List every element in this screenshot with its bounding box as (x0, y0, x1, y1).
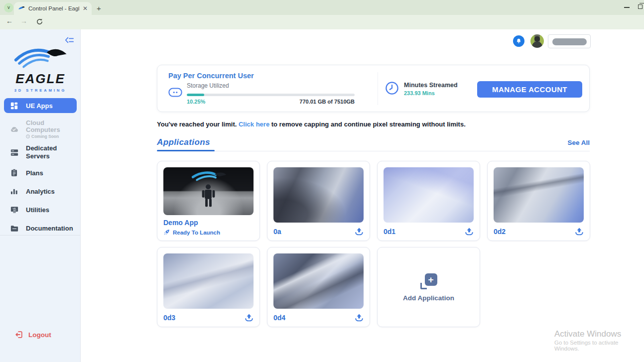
browser-tab[interactable]: Control Panel - Eagle ✕ (14, 2, 92, 15)
add-application-card[interactable]: + Add Application (377, 247, 480, 327)
sidebar-divider (0, 235, 80, 236)
add-application-label: Add Application (403, 294, 454, 302)
minimize-button[interactable] (624, 7, 630, 8)
applications-title: Applications (157, 137, 210, 147)
account-name-box[interactable] (548, 34, 591, 48)
sidebar-item-label: Dedicated Servers (26, 144, 67, 161)
user-avatar[interactable] (530, 34, 544, 48)
bell-icon (515, 38, 522, 44)
brand-logo: EAGLE 3D STREAMING (0, 45, 81, 93)
upload-icon[interactable] (575, 228, 584, 236)
manage-account-button[interactable]: MANAGE ACCOUNT (477, 81, 582, 98)
clock-icon (385, 81, 399, 95)
tab-title: Control Panel - Eagle (28, 5, 79, 11)
see-all-link[interactable]: See All (567, 139, 590, 146)
click-here-link[interactable]: Click here (239, 121, 269, 128)
app-card-0d2[interactable]: 0d2 (487, 161, 590, 241)
sidebar-item-label: UE Apps (26, 102, 53, 110)
app-card-0d4[interactable]: 0d4 (267, 247, 370, 327)
sidebar-item-dedicated-servers[interactable]: Dedicated Servers (0, 144, 81, 161)
apps-grid-icon (10, 102, 18, 110)
collapse-sidebar-button[interactable] (65, 36, 74, 44)
eagle-logo-icon (12, 45, 68, 71)
servers-icon (10, 149, 18, 156)
app-name: 0a (273, 228, 281, 236)
limit-suffix: to remove capping and continue pixel str… (269, 121, 466, 128)
app-name: 0d4 (273, 314, 285, 322)
monitor-arrows-icon (10, 206, 18, 213)
storage-detail: 770.01 GB of 7510GB (187, 99, 355, 105)
browser-tab-strip: ˅ Control Panel - Eagle ✕ + (0, 0, 644, 15)
restore-window-button[interactable] (638, 4, 643, 9)
applications-rule (157, 151, 590, 151)
sidebar-item-label: Utilities (26, 206, 49, 214)
limit-prefix: You've reached your limit. (157, 121, 239, 128)
upload-icon[interactable] (355, 228, 364, 236)
add-application-icon: + (420, 273, 437, 289)
tab-close-icon[interactable]: ✕ (83, 5, 88, 12)
forward-button[interactable]: → (20, 17, 27, 25)
applications-grid: Demo App Ready To Launch 0a (157, 161, 597, 327)
upload-icon[interactable] (245, 314, 254, 322)
logout-button[interactable]: Logout (15, 331, 51, 339)
app-name: 0d1 (384, 228, 395, 236)
app-status: Ready To Launch (163, 229, 254, 236)
upload-icon[interactable] (355, 314, 364, 322)
limit-notice: You've reached your limit. Click here to… (157, 121, 466, 128)
tab-search-button[interactable]: ˅ (4, 3, 13, 12)
sidebar-nav: UE Apps Cloud Computers (0, 98, 81, 241)
app-window: EAGLE 3D STREAMING UE Apps (0, 29, 644, 362)
applications-header: Applications See All (157, 137, 590, 151)
app-name: Demo App (163, 219, 254, 227)
reload-button[interactable] (36, 18, 43, 25)
app-status-text: Ready To Launch (173, 230, 220, 236)
coming-soon-badge: Coming Soon (26, 134, 76, 139)
sidebar-item-label: Documentation (26, 225, 73, 232)
notifications-button[interactable] (513, 35, 524, 47)
folder-doc-icon (10, 225, 18, 232)
app-card-0a[interactable]: 0a (267, 161, 370, 241)
sidebar-item-plans[interactable]: Plans (0, 168, 81, 178)
storage-label: Storage Utilized (187, 82, 229, 89)
sidebar-item-label: Analytics (26, 188, 55, 195)
activate-windows-watermark: Activate Windows (554, 329, 621, 339)
rocket-icon (163, 229, 170, 236)
app-thumbnail (273, 167, 364, 223)
logout-icon (15, 331, 23, 339)
plan-card-divider (378, 72, 378, 105)
sidebar: EAGLE 3D STREAMING UE Apps (0, 29, 81, 362)
sidebar-item-utilities[interactable]: Utilities (0, 205, 81, 215)
sidebar-item-cloud-computers[interactable]: Cloud Computers Coming Soon (0, 120, 81, 139)
logout-label: Logout (28, 331, 51, 339)
app-name: 0d3 (163, 314, 175, 322)
redacted-username (552, 38, 587, 45)
app-name: 0d2 (494, 228, 506, 236)
new-tab-button[interactable]: + (97, 4, 101, 12)
sidebar-item-documentation[interactable]: Documentation (0, 223, 81, 233)
back-button[interactable]: ← (6, 17, 13, 25)
plan-card: Pay Per Concurrent User Storage Utilized… (157, 65, 590, 112)
storage-icon (168, 88, 182, 97)
app-thumbnail (163, 167, 254, 215)
applications-active-underline (157, 150, 215, 151)
clipboard-icon (10, 169, 18, 177)
sidebar-item-ue-apps[interactable]: UE Apps (4, 98, 77, 113)
sidebar-item-analytics[interactable]: Analytics (0, 186, 81, 196)
demo-scene-graphic (163, 167, 254, 215)
app-thumbnail (273, 253, 364, 309)
app-card-0d1[interactable]: 0d1 (377, 161, 480, 241)
app-card-demo[interactable]: Demo App Ready To Launch (157, 161, 260, 241)
storage-progress-fill (187, 94, 204, 96)
brand-name: EAGLE (0, 71, 81, 87)
storage-progress-bar (187, 94, 355, 96)
minutes-value: 233.93 Mins (404, 90, 435, 96)
brand-subtitle: 3D STREAMING (0, 88, 81, 93)
plan-title: Pay Per Concurrent User (168, 72, 254, 80)
app-card-0d3[interactable]: 0d3 (157, 247, 260, 327)
app-thumbnail (163, 253, 254, 309)
upload-icon[interactable] (465, 228, 474, 236)
screen: ˅ Control Panel - Eagle ✕ + ← → (0, 0, 644, 362)
sidebar-item-label: Cloud Computers (26, 119, 60, 133)
minutes-label: Minutes Streamed (404, 82, 458, 89)
eagle-favicon-icon (18, 5, 25, 12)
